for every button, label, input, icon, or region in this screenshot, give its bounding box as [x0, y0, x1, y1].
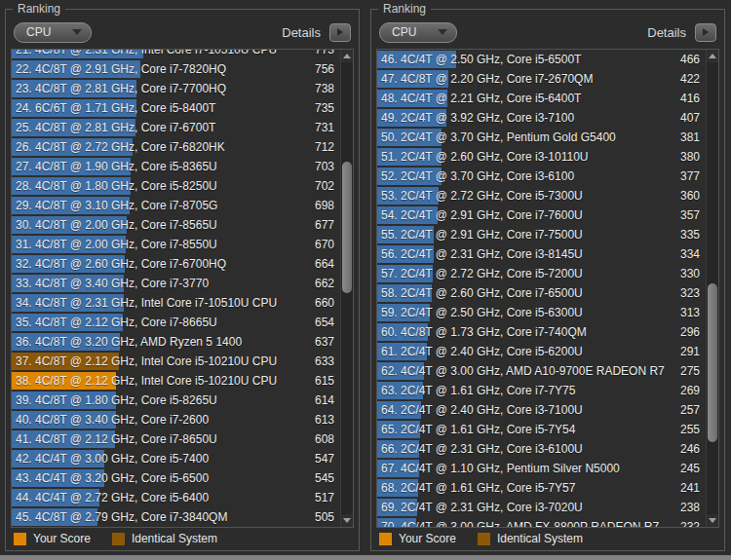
ranking-row[interactable]: 31. 4C/8T @ 2.00 GHz, Core i7-8550U 670: [12, 235, 340, 254]
your-score-label: Your Score: [399, 532, 456, 545]
row-score: 756: [315, 59, 334, 79]
ranking-row[interactable]: 39. 4C/8T @ 1.80 GHz, Core i5-8265U 614: [12, 391, 340, 410]
scrollbar-thumb[interactable]: [708, 283, 717, 441]
row-label: 62. 4C/4T @ 3.00 GHz, AMD A10-9700E RADE…: [381, 361, 665, 381]
ranking-row[interactable]: 26. 4C/8T @ 2.72 GHz, Core i7-6820HK 712: [12, 137, 340, 157]
ranking-row[interactable]: 22. 4C/8T @ 2.91 GHz, Core i7-7820HQ 756: [12, 59, 340, 79]
row-label: 39. 4C/8T @ 1.80 GHz, Core i5-8265U: [16, 391, 217, 410]
ranking-row[interactable]: 55. 2C/4T @ 2.91 GHz, Core i7-7500U 335: [377, 225, 706, 244]
row-label: 40. 4C/8T @ 3.40 GHz, Core i7-2600: [16, 410, 209, 429]
row-score: 698: [315, 196, 334, 215]
ranking-row[interactable]: 45. 4C/8T @ 2.79 GHz, Core i7-3840QM 505: [12, 507, 340, 527]
ranking-row[interactable]: 70. 4C/4T @ 3.00 GHz, AMD FX-8800P RADEO…: [377, 517, 706, 527]
scrollbar-thumb[interactable]: [342, 162, 352, 293]
ranking-row[interactable]: 21. 4C/8T @ 2.31 GHz, Intel Core i7-1051…: [12, 50, 340, 59]
arrow-right-icon: [703, 28, 709, 36]
ranking-row[interactable]: 53. 2C/4T @ 2.72 GHz, Core i5-7300U 360: [377, 186, 706, 205]
row-score: 246: [680, 439, 700, 459]
ranking-row[interactable]: 49. 2C/4T @ 3.92 GHz, Core i3-7100 407: [377, 108, 706, 128]
ranking-row[interactable]: 38. 4C/8T @ 2.12 GHz, Intel Core i5-1021…: [12, 371, 340, 391]
ranking-row[interactable]: 68. 2C/4T @ 1.61 GHz, Core i5-7Y57 241: [377, 478, 706, 498]
row-score: 662: [315, 274, 334, 293]
ranking-row[interactable]: 28. 4C/8T @ 1.80 GHz, Core i5-8250U 702: [12, 176, 340, 196]
details-label: Details: [282, 25, 321, 40]
ranking-row[interactable]: 60. 4C/8T @ 1.73 GHz, Core i7-740QM 296: [377, 322, 706, 342]
row-score: 296: [680, 322, 700, 342]
row-score: 466: [680, 50, 700, 69]
row-label: 35. 4C/8T @ 2.12 GHz, Core i7-8665U: [16, 313, 217, 332]
ranking-row[interactable]: 36. 4C/8T @ 3.20 GHz, AMD Ryzen 5 1400 6…: [12, 332, 340, 352]
ranking-row[interactable]: 65. 2C/4T @ 1.61 GHz, Core i5-7Y54 255: [377, 420, 706, 439]
row-label: 70. 4C/4T @ 3.00 GHz, AMD FX-8800P RADEO…: [381, 517, 659, 527]
ranking-row[interactable]: 47. 4C/8T @ 2.20 GHz, Core i7-2670QM 422: [377, 69, 706, 89]
ranking-row[interactable]: 59. 2C/4T @ 2.50 GHz, Core i5-6300U 313: [377, 303, 706, 322]
ranking-row[interactable]: 30. 4C/8T @ 2.00 GHz, Core i7-8565U 677: [12, 215, 340, 235]
scroll-down-button[interactable]: [707, 514, 718, 527]
your-score-swatch: [14, 533, 26, 545]
ranking-row[interactable]: 35. 4C/8T @ 2.12 GHz, Core i7-8665U 654: [12, 313, 340, 332]
ranking-row[interactable]: 63. 2C/4T @ 1.61 GHz, Core i7-7Y75 269: [377, 381, 706, 400]
row-score: 517: [315, 488, 334, 507]
ranking-row[interactable]: 56. 2C/4T @ 2.31 GHz, Core i3-8145U 334: [377, 244, 706, 264]
ranking-row[interactable]: 61. 2C/4T @ 2.40 GHz, Core i5-6200U 291: [377, 342, 706, 361]
ranking-row[interactable]: 42. 4C/4T @ 3.00 GHz, Core i5-7400 547: [12, 449, 340, 468]
row-label: 69. 2C/4T @ 2.31 GHz, Core i3-7020U: [381, 498, 583, 517]
ranking-row[interactable]: 67. 4C/4T @ 1.10 GHz, Pentium Silver N50…: [377, 459, 706, 478]
ranking-row[interactable]: 50. 2C/4T @ 3.70 GHz, Pentium Gold G5400…: [377, 128, 706, 147]
ranking-row[interactable]: 62. 4C/4T @ 3.00 GHz, AMD A10-9700E RADE…: [377, 361, 706, 381]
scrollbar[interactable]: [706, 50, 718, 527]
ranking-row[interactable]: 69. 2C/4T @ 2.31 GHz, Core i3-7020U 238: [377, 498, 706, 517]
row-score: 360: [680, 186, 700, 205]
row-label: 56. 2C/4T @ 2.31 GHz, Core i3-8145U: [381, 244, 583, 264]
row-label: 48. 4C/4T @ 2.21 GHz, Core i5-6400T: [381, 89, 581, 108]
ranking-row[interactable]: 52. 2C/4T @ 3.70 GHz, Core i3-6100 377: [377, 167, 706, 186]
scroll-up-button[interactable]: [707, 50, 718, 62]
ranking-row[interactable]: 27. 4C/8T @ 1.90 GHz, Core i5-8365U 703: [12, 157, 340, 176]
legend: Your Score Identical System: [379, 531, 583, 546]
row-score: 545: [315, 468, 334, 488]
ranking-row[interactable]: 66. 2C/4T @ 2.31 GHz, Core i3-6100U 246: [377, 439, 706, 459]
ranking-row[interactable]: 37. 4C/8T @ 2.12 GHz, Intel Core i5-1021…: [12, 352, 340, 371]
ranking-row[interactable]: 43. 4C/4T @ 3.20 GHz, Core i5-6500 545: [12, 468, 340, 488]
ranking-row[interactable]: 34. 4C/8T @ 2.31 GHz, Intel Core i7-1051…: [12, 293, 340, 313]
ranking-row[interactable]: 40. 4C/8T @ 3.40 GHz, Core i7-2600 613: [12, 410, 340, 429]
ranking-row[interactable]: 29. 4C/8T @ 3.10 GHz, Core i7-8705G 698: [12, 196, 340, 215]
ranking-row[interactable]: 44. 4C/4T @ 2.72 GHz, Core i5-6400 517: [12, 488, 340, 507]
row-score: 677: [315, 215, 334, 235]
identical-system-label: Identical System: [132, 532, 217, 545]
scrollbar-track[interactable]: [708, 62, 717, 514]
row-label: 47. 4C/8T @ 2.20 GHz, Core i7-2670QM: [381, 69, 593, 89]
ranking-row[interactable]: 41. 4C/8T @ 2.12 GHz, Core i7-8650U 608: [12, 429, 340, 449]
scroll-up-button[interactable]: [341, 50, 353, 62]
ranking-row[interactable]: 32. 4C/8T @ 2.60 GHz, Core i7-6700HQ 664: [12, 254, 340, 274]
ranking-row[interactable]: 24. 6C/6T @ 1.71 GHz, Core i5-8400T 735: [12, 98, 340, 118]
row-label: 55. 2C/4T @ 2.91 GHz, Core i7-7500U: [381, 225, 583, 244]
triangle-down-icon: [343, 518, 351, 523]
ranking-row[interactable]: 54. 2C/4T @ 2.91 GHz, Core i7-7600U 357: [377, 205, 706, 225]
category-dropdown[interactable]: CPU: [14, 22, 92, 43]
legend: Your Score Identical System: [14, 531, 217, 546]
row-score: 232: [680, 517, 700, 527]
ranking-row[interactable]: 57. 2C/4T @ 2.72 GHz, Core i5-7200U 330: [377, 264, 706, 283]
row-label: 27. 4C/8T @ 1.90 GHz, Core i5-8365U: [16, 157, 217, 176]
scroll-down-button[interactable]: [341, 514, 353, 527]
ranking-row[interactable]: 33. 4C/8T @ 3.40 GHz, Core i7-3770 662: [12, 274, 340, 293]
ranking-row[interactable]: 25. 4C/8T @ 2.81 GHz, Core i7-6700T 731: [12, 118, 340, 137]
details-button[interactable]: [695, 23, 716, 42]
category-dropdown[interactable]: CPU: [379, 22, 457, 43]
scrollbar-track[interactable]: [342, 62, 352, 514]
ranking-row[interactable]: 48. 4C/4T @ 2.21 GHz, Core i5-6400T 416: [377, 89, 706, 108]
ranking-row[interactable]: 23. 4C/8T @ 2.81 GHz, Core i7-7700HQ 738: [12, 79, 340, 98]
details-button[interactable]: [329, 23, 351, 42]
scrollbar[interactable]: [340, 50, 353, 527]
ranking-row[interactable]: 58. 2C/4T @ 2.60 GHz, Core i7-6500U 323: [377, 283, 706, 303]
row-score: 664: [315, 254, 334, 274]
row-score: 381: [680, 128, 700, 147]
details-group: Details: [647, 23, 716, 42]
ranking-row[interactable]: 46. 4C/4T @ 2.50 GHz, Core i5-6500T 466: [377, 50, 706, 69]
row-score: 615: [315, 371, 334, 391]
ranking-row[interactable]: 64. 2C/4T @ 2.40 GHz, Core i3-7100U 257: [377, 400, 706, 420]
row-score: 703: [315, 157, 334, 176]
row-label: 32. 4C/8T @ 2.60 GHz, Core i7-6700HQ: [16, 254, 226, 274]
ranking-row[interactable]: 51. 2C/4T @ 2.60 GHz, Core i3-10110U 380: [377, 147, 706, 167]
